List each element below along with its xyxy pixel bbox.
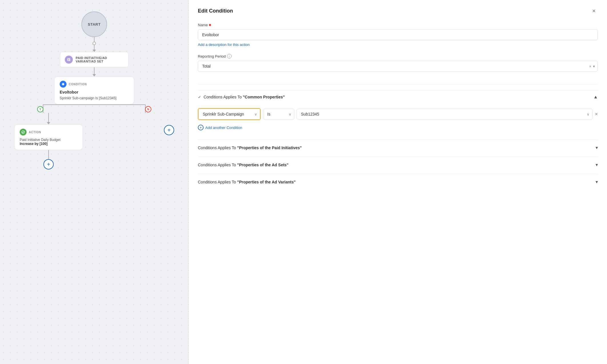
svg-rect-3	[68, 60, 69, 61]
reporting-period-select[interactable]: Total Daily Weekly Monthly	[198, 61, 598, 72]
spacer	[198, 134, 598, 139]
ad-variants-section: Conditions Applies To "Properties of the…	[198, 174, 598, 190]
arrow-icon: ▾	[593, 64, 595, 68]
common-properties-chevron: ▲	[593, 94, 598, 100]
condition-row-container: Sprinklr Sub-Campaign ∨ Is Is not Contai…	[198, 104, 598, 134]
ad-sets-title: Conditions Applies To "Properties of the…	[198, 163, 289, 167]
branch-badge-no: N	[145, 106, 151, 112]
connector-line	[94, 37, 95, 42]
field-arrow: ∨	[254, 112, 257, 116]
paid-initiatives-section: Conditions Applies To "Properties of the…	[198, 139, 598, 155]
reporting-period-label: Reporting Period i	[198, 54, 598, 58]
name-section: Name Add a description for this action	[198, 23, 598, 47]
connector-arrow	[93, 74, 96, 76]
required-indicator	[209, 24, 211, 26]
workflow-canvas: START PAID INITIATIVE/AD VARIANT/AD SET	[0, 0, 188, 364]
connector-line	[94, 67, 95, 74]
close-button[interactable]: ×	[590, 7, 598, 15]
condition-val-wrapper: Sub12345 ∨	[297, 109, 592, 120]
op-arrow: ∨	[289, 112, 292, 116]
branch-content: ACTION Paid Initiative Daily Budget Incr…	[14, 113, 174, 169]
yes-branch: ACTION Paid Initiative Daily Budget Incr…	[14, 113, 83, 169]
action-icon	[20, 129, 27, 136]
condition-field-wrapper: Sprinklr Sub-Campaign ∨	[198, 108, 261, 120]
connector-line	[48, 113, 49, 122]
add-condition-circle-icon: +	[198, 125, 204, 130]
ad-variants-header[interactable]: Conditions Applies To "Properties of the…	[198, 174, 598, 190]
checkmark-icon: ✓	[198, 95, 201, 99]
add-condition-button[interactable]: + Add another Condition	[198, 124, 242, 132]
condition-name: Evoltobor	[60, 90, 129, 94]
condition-row: Sprinklr Sub-Campaign ∨ Is Is not Contai…	[198, 108, 598, 120]
common-properties-section: ✓ Conditions Applies To "Common Properti…	[198, 90, 598, 134]
svg-rect-2	[68, 60, 69, 60]
ad-sets-header[interactable]: Conditions Applies To "Properties of the…	[198, 157, 598, 173]
add-no-branch-button[interactable]: +	[164, 125, 174, 135]
start-node: START	[81, 11, 107, 37]
condition-op-wrapper: Is Is not Contains ∨	[263, 109, 294, 120]
svg-marker-4	[62, 83, 65, 86]
connector-arrow	[93, 50, 96, 52]
name-label: Name	[198, 23, 598, 27]
val-arrow: ∨	[587, 112, 590, 116]
condition-icon	[60, 81, 67, 88]
common-properties-title: ✓ Conditions Applies To "Common Properti…	[198, 95, 285, 99]
branch-badge-yes: Y	[37, 106, 43, 112]
action-type-label: ACTION	[29, 131, 41, 134]
connector-arrow	[47, 122, 50, 124]
reporting-period-info-icon[interactable]: i	[227, 54, 232, 58]
ad-variants-title: Conditions Applies To "Properties of the…	[198, 180, 296, 184]
connector-circle	[93, 42, 96, 45]
condition-remove-button[interactable]: ×	[595, 111, 598, 117]
paid-label: PAID INITIATIVE/AD VARIANT/AD SET	[76, 56, 124, 63]
ad-sets-section: Conditions Applies To "Properties of the…	[198, 157, 598, 173]
paid-initiatives-chevron: ▾	[596, 145, 598, 150]
condition-field-select[interactable]: Sprinklr Sub-Campaign	[198, 109, 260, 120]
edit-condition-panel: Edit Condition × Name Add a description …	[188, 0, 607, 364]
select-icons: × ▾	[589, 64, 595, 68]
branch-lines: Y N	[14, 104, 174, 113]
paid-initiative-node[interactable]: PAID INITIATIVE/AD VARIANT/AD SET	[60, 52, 128, 67]
add-action-button[interactable]: +	[43, 159, 54, 169]
paid-icon	[65, 56, 73, 64]
common-properties-header[interactable]: ✓ Conditions Applies To "Common Properti…	[198, 90, 598, 104]
connector-line	[94, 45, 95, 50]
condition-val-select[interactable]: Sub12345	[297, 109, 592, 120]
reporting-period-section: Reporting Period i Total Daily Weekly Mo…	[198, 54, 598, 72]
action-node[interactable]: ACTION Paid Initiative Daily Budget Incr…	[14, 124, 83, 150]
svg-rect-1	[68, 59, 69, 59]
paid-initiatives-header[interactable]: Conditions Applies To "Properties of the…	[198, 140, 598, 155]
name-input[interactable]	[198, 29, 598, 40]
no-branch: +	[164, 113, 174, 147]
add-description-link[interactable]: Add a description for this action	[198, 43, 250, 47]
start-label: START	[88, 22, 101, 27]
condition-node[interactable]: CONDITION Evoltobor Sprinklr Sub-campaig…	[54, 76, 134, 104]
add-condition-label: Add another Condition	[205, 126, 242, 130]
panel-header: Edit Condition ×	[198, 7, 598, 15]
clear-icon[interactable]: ×	[589, 64, 591, 68]
ad-variants-chevron: ▾	[596, 179, 598, 185]
reporting-period-select-wrapper: Total Daily Weekly Monthly × ▾	[198, 61, 598, 72]
action-text: Paid Initiative Daily Budget Increase by…	[20, 138, 77, 146]
panel-title: Edit Condition	[198, 8, 233, 14]
ad-sets-chevron: ▾	[596, 162, 598, 167]
connector-line	[48, 150, 49, 159]
paid-initiatives-title: Conditions Applies To "Properties of the…	[198, 145, 302, 150]
condition-type-label: CONDITION	[69, 83, 87, 86]
condition-rule: Sprinklr Sub-campaign Is [Sub12345]	[60, 96, 129, 100]
divider	[198, 84, 598, 84]
